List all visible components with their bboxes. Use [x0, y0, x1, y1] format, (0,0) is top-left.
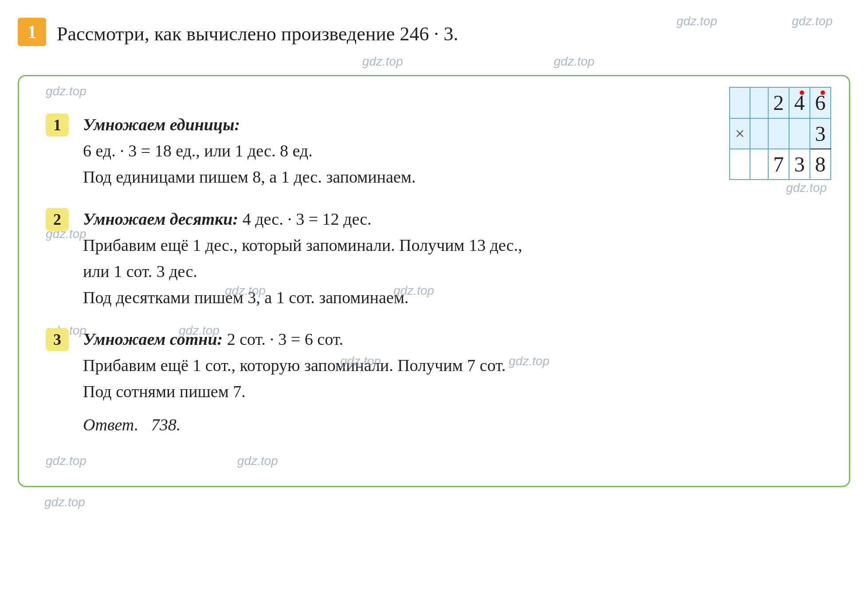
step-3-title: Умножаем сотни: [83, 330, 223, 348]
step-number-1: 1 [46, 113, 69, 137]
step-2-line-3: Под десятками пишем 3, а 1 сот. запомина… [83, 285, 822, 311]
task-title: Рассмотри, как вычислено произведение 24… [57, 18, 850, 47]
step-2: 2 Умножаем десятки: 4 дес. · 3 = 12 дес.… [46, 206, 822, 311]
answer-label: Ответ. [83, 415, 138, 434]
main-content-box: gdz.top 2 4 6 [18, 75, 850, 487]
watermark-row-2: gdz.top [554, 55, 595, 69]
step-3: 3 Умножаем сотни: 2 сот. · 3 = 6 сот. Пр… [46, 326, 822, 438]
step-content-2: Умножаем десятки: 4 дес. · 3 = 12 дес. П… [83, 206, 822, 311]
step-1-line-1: 6 ед. · 3 = 18 ед., или 1 дес. 8 ед. [83, 138, 822, 164]
watermark-footer: gdz.top [44, 495, 85, 509]
watermark-inbox-1: gdz.top [46, 84, 86, 98]
task-number: 1 [18, 18, 46, 46]
step-content-3: Умножаем сотни: 2 сот. · 3 = 6 сот. Приб… [83, 326, 822, 438]
step-2-title: Умножаем десятки: [83, 210, 238, 228]
step-3-title-suffix: 2 сот. · 3 = 6 сот. [227, 330, 343, 348]
step-1-title: Умножаем единицы: [83, 115, 240, 134]
watermark-bottom-2: gdz.top [237, 454, 278, 468]
step-2-line-1: Прибавим ещё 1 дес., который запоминали.… [83, 232, 822, 258]
step-2-title-suffix: 4 дес. · 3 = 12 дес. [243, 210, 372, 228]
watermark-bottom-1: gdz.top [46, 454, 86, 468]
step-number-2: 2 [46, 208, 69, 231]
answer-value: 738. [151, 415, 181, 434]
watermark-row-1: gdz.top [362, 55, 403, 69]
step-content-1: Умножаем единицы: 6 ед. · 3 = 18 ед., ил… [83, 112, 822, 190]
step-number-3: 3 [46, 328, 69, 351]
step-1-line-2: Под единицами пишем 8, а 1 дес. запомина… [83, 164, 822, 190]
step-1: 1 Умножаем единицы: 6 ед. · 3 = 18 ед., … [46, 112, 822, 190]
step-3-line-1: Прибавим ещё 1 сот., которую запоминали.… [83, 356, 506, 375]
step-2-line-2: или 1 сот. 3 дес. [83, 258, 822, 285]
answer-line: Ответ. 738. [83, 412, 822, 438]
watermark-step3-inline2: gdz.top [509, 352, 550, 371]
step-3-line-2: Под сотнями пишем 7. [83, 379, 822, 405]
